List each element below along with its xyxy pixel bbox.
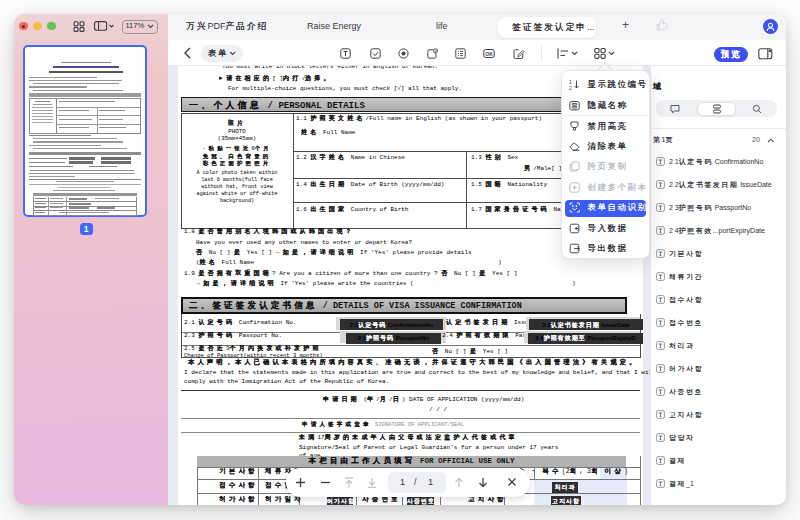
svg-text:OK: OK — [485, 51, 493, 57]
svg-text:2: 2 — [569, 85, 572, 91]
